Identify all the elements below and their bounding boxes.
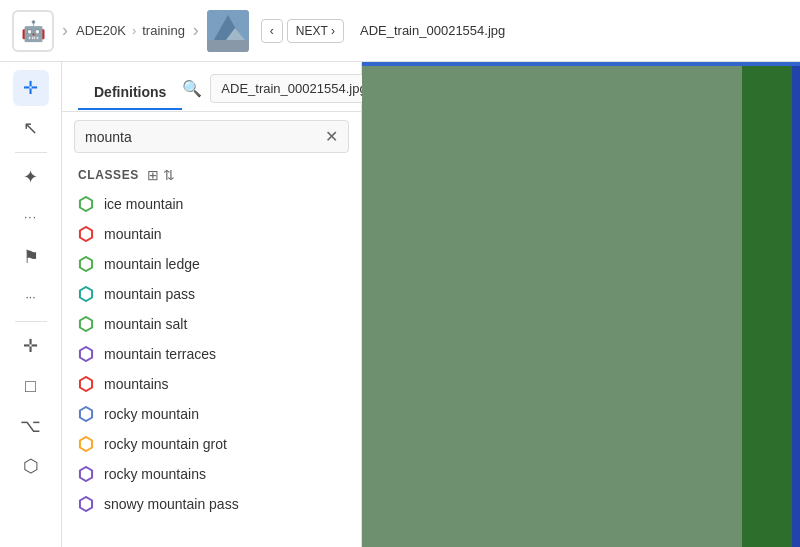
class-icon <box>78 226 94 242</box>
definitions-panel: Definitions 🔍 ADE_train_00021554.jpg ✕ C… <box>62 62 362 547</box>
app-logo: 🤖 <box>12 10 54 52</box>
class-icon <box>78 286 94 302</box>
transform-tool-button[interactable]: ✦ <box>13 159 49 195</box>
svg-marker-10 <box>80 377 92 391</box>
class-name: rocky mountain grot <box>104 436 227 452</box>
panel-header: Definitions 🔍 ADE_train_00021554.jpg <box>62 62 361 112</box>
breadcrumb-part1: ADE20K <box>76 23 126 38</box>
svg-marker-8 <box>80 317 92 331</box>
select-tool-button[interactable]: ↖ <box>13 110 49 146</box>
class-name: mountain pass <box>104 286 195 302</box>
class-icon <box>78 376 94 392</box>
classes-label: CLASSES <box>78 168 139 182</box>
svg-marker-12 <box>80 437 92 451</box>
class-name: snowy mountain pass <box>104 496 239 512</box>
class-icon <box>78 436 94 452</box>
panel-filename: ADE_train_00021554.jpg <box>210 74 377 103</box>
image-thumbnail <box>207 10 249 52</box>
topbar-filename: ADE_train_00021554.jpg <box>360 23 505 38</box>
breadcrumb-sep2: › <box>132 23 136 38</box>
left-toolbar: ✛ ↖ ✦ ··· ⚑ ··· ✛ □ ⌥ ⬡ <box>0 62 62 547</box>
topbar: 🤖 › ADE20K › training › ‹ NEXT › ADE_tra… <box>0 0 800 62</box>
flag-tool-button[interactable]: ⚑ <box>13 239 49 275</box>
list-item[interactable]: rocky mountain <box>62 399 361 429</box>
search-clear-button[interactable]: ✕ <box>325 127 338 146</box>
list-item[interactable]: ice mountain <box>62 189 361 219</box>
tab-definitions[interactable]: Definitions <box>78 76 182 110</box>
list-item[interactable]: mountain terraces <box>62 339 361 369</box>
list-item[interactable]: mountain salt <box>62 309 361 339</box>
rectangle-tool-button[interactable]: □ <box>13 368 49 404</box>
class-icon <box>78 256 94 272</box>
svg-marker-4 <box>80 197 92 211</box>
class-icon <box>78 496 94 512</box>
panel-tabs: Definitions <box>78 76 182 110</box>
class-name: mountains <box>104 376 169 392</box>
list-item[interactable]: mountain pass <box>62 279 361 309</box>
breadcrumb-sep3: › <box>193 20 199 41</box>
class-icon <box>78 346 94 362</box>
move-tool-button[interactable]: ✛ <box>13 70 49 106</box>
next-button[interactable]: NEXT › <box>287 19 344 43</box>
toolbar-divider-1 <box>15 152 47 153</box>
class-name: mountain <box>104 226 162 242</box>
list-item[interactable]: mountain <box>62 219 361 249</box>
list-item[interactable]: rocky mountains <box>62 459 361 489</box>
svg-marker-13 <box>80 467 92 481</box>
svg-marker-6 <box>80 257 92 271</box>
svg-rect-16 <box>362 62 800 547</box>
sort-classes-button[interactable]: ⇅ <box>163 167 175 183</box>
classes-header: CLASSES ⊞ ⇅ <box>62 161 361 189</box>
class-icon <box>78 406 94 422</box>
class-name: mountain ledge <box>104 256 200 272</box>
toolbar-divider-2 <box>15 321 47 322</box>
svg-marker-11 <box>80 407 92 421</box>
svg-marker-9 <box>80 347 92 361</box>
classes-header-icons: ⊞ ⇅ <box>147 167 175 183</box>
polygon-tool-button[interactable]: ⬡ <box>13 448 49 484</box>
breadcrumb-sep1: › <box>62 20 68 41</box>
class-name: rocky mountains <box>104 466 206 482</box>
class-list: ice mountainmountainmountain ledgemounta… <box>62 189 361 547</box>
list-item[interactable]: mountains <box>62 369 361 399</box>
svg-marker-14 <box>80 497 92 511</box>
search-input[interactable] <box>85 129 317 145</box>
main-layout: ✛ ↖ ✦ ··· ⚑ ··· ✛ □ ⌥ ⬡ Definitions 🔍 AD… <box>0 62 800 547</box>
class-name: mountain terraces <box>104 346 216 362</box>
breadcrumb-part2: training <box>142 23 185 38</box>
svg-rect-19 <box>362 62 800 66</box>
svg-rect-3 <box>207 40 249 52</box>
list-item[interactable]: mountain ledge <box>62 249 361 279</box>
svg-marker-5 <box>80 227 92 241</box>
list-item[interactable]: snowy mountain pass <box>62 489 361 519</box>
class-icon <box>78 316 94 332</box>
fork-tool-button[interactable]: ⌥ <box>13 408 49 444</box>
svg-marker-7 <box>80 287 92 301</box>
back-button[interactable]: ‹ <box>261 19 283 43</box>
dots-tool-button[interactable]: ··· <box>13 199 49 235</box>
class-icon <box>78 196 94 212</box>
class-name: mountain salt <box>104 316 187 332</box>
add-class-button[interactable]: ⊞ <box>147 167 159 183</box>
svg-rect-17 <box>742 62 800 547</box>
crosshair-tool-button[interactable]: ✛ <box>13 328 49 364</box>
search-bar: ✕ <box>74 120 349 153</box>
search-toggle-button[interactable]: 🔍 <box>182 79 202 98</box>
panel-header-right: 🔍 ADE_train_00021554.jpg <box>182 74 377 111</box>
canvas-area <box>362 62 800 547</box>
svg-rect-18 <box>792 62 800 547</box>
canvas-image <box>362 62 800 547</box>
class-icon <box>78 466 94 482</box>
class-name: rocky mountain <box>104 406 199 422</box>
breadcrumb: ADE20K › training <box>76 23 185 38</box>
nav-controls: ‹ NEXT › <box>261 19 344 43</box>
more-tool-button[interactable]: ··· <box>13 279 49 315</box>
class-name: ice mountain <box>104 196 183 212</box>
list-item[interactable]: rocky mountain grot <box>62 429 361 459</box>
